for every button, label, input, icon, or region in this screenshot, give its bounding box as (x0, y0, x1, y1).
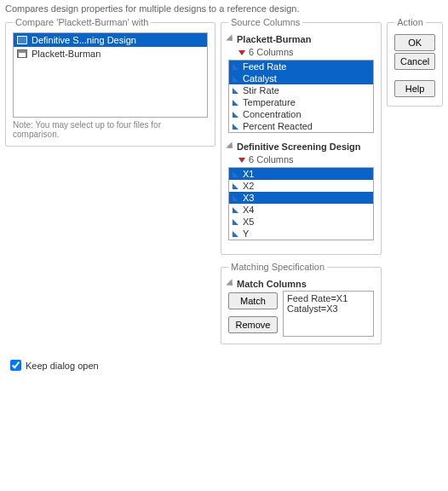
column-list[interactable]: X1X2X3X4X5Y (228, 167, 374, 240)
source-group-header[interactable]: Definitive Screening Design (228, 140, 374, 153)
compare-item-label: Definitive S...ning Design (32, 35, 136, 45)
source-group-title: Plackett-Burman (237, 34, 311, 44)
column-item[interactable]: X1 (229, 168, 373, 180)
column-type-icon (233, 219, 238, 225)
column-label: X2 (243, 181, 254, 191)
matching-spec-fieldset: Matching Specification Match Columns Mat… (221, 262, 382, 344)
disclosure-icon (226, 279, 235, 288)
source-group-header[interactable]: Plackett-Burman (228, 32, 374, 46)
compare-list-item[interactable]: Plackett-Burman (14, 47, 207, 61)
column-label: X4 (243, 205, 254, 215)
column-type-icon (233, 64, 238, 70)
dropdown-icon (238, 158, 245, 163)
dropdown-icon (238, 50, 245, 55)
column-item[interactable]: Stir Rate (229, 84, 373, 96)
source-group: Plackett-Burman6 ColumnsFeed RateCatalys… (228, 32, 374, 133)
column-label: Stir Rate (243, 85, 279, 95)
table-icon (17, 36, 27, 44)
compare-item-label: Plackett-Burman (32, 49, 101, 59)
table-icon (17, 49, 27, 58)
column-label: Concentration (243, 109, 302, 119)
column-type-icon (233, 171, 238, 177)
column-type-icon (233, 183, 238, 189)
match-button[interactable]: Match (228, 292, 278, 309)
keep-dialog-open-checkbox[interactable] (10, 360, 21, 371)
column-item[interactable]: Y (229, 228, 373, 240)
column-item[interactable]: X3 (229, 192, 373, 204)
compare-list[interactable]: Definitive S...ning DesignPlackett-Burma… (13, 32, 208, 118)
column-list[interactable]: Feed RateCatalystStir RateTemperatureCon… (228, 60, 374, 133)
column-item[interactable]: X5 (229, 216, 373, 228)
column-item[interactable]: Concentration (229, 108, 373, 120)
column-label: X5 (243, 217, 254, 227)
match-columns-header[interactable]: Match Columns (228, 277, 374, 291)
compare-note: Note: You may select up to four files fo… (13, 120, 208, 139)
compare-fieldset: Compare 'Plackett-Burman' with Definitiv… (5, 17, 215, 147)
column-type-icon (233, 88, 238, 94)
column-item[interactable]: X4 (229, 204, 373, 216)
match-entry[interactable]: Feed Rate=X1 (287, 293, 370, 303)
column-label: X1 (243, 169, 254, 179)
match-columns-title: Match Columns (237, 279, 307, 289)
keep-dialog-open-label: Keep dialog open (26, 361, 99, 371)
column-type-icon (233, 76, 238, 82)
compare-legend: Compare 'Plackett-Burman' with (13, 17, 151, 27)
column-type-icon (233, 100, 238, 106)
column-label: Catalyst (243, 73, 277, 84)
compare-list-item[interactable]: Definitive S...ning Design (14, 33, 207, 47)
source-columns-fieldset: Source Columns Plackett-Burman6 ColumnsF… (221, 17, 382, 255)
help-button[interactable]: Help (394, 80, 435, 97)
column-item[interactable]: Catalyst (229, 72, 373, 84)
ok-button[interactable]: OK (394, 34, 435, 51)
column-label: Percent Reacted (243, 121, 313, 131)
source-group: Definitive Screening Design6 ColumnsX1X2… (228, 140, 374, 240)
column-count-label: 6 Columns (249, 154, 294, 165)
match-list[interactable]: Feed Rate=X1Catalyst=X3 (283, 291, 374, 337)
column-type-icon (233, 231, 238, 237)
column-label: Temperature (243, 97, 296, 107)
source-group-subheader[interactable]: 6 Columns (228, 153, 374, 167)
column-item[interactable]: Temperature (229, 96, 373, 108)
source-group-title: Definitive Screening Design (237, 142, 360, 152)
description-text: Compares design properties for multiple … (5, 3, 443, 14)
disclosure-icon (226, 34, 235, 43)
column-type-icon (233, 112, 238, 118)
cancel-button[interactable]: Cancel (394, 53, 435, 70)
column-count-label: 6 Columns (249, 47, 294, 57)
action-fieldset: Action OK Cancel Help (387, 17, 443, 107)
action-legend: Action (394, 17, 426, 27)
column-label: Feed Rate (243, 61, 286, 72)
match-entry[interactable]: Catalyst=X3 (287, 303, 370, 314)
column-type-icon (233, 207, 238, 213)
remove-button[interactable]: Remove (228, 316, 278, 333)
column-item[interactable]: X2 (229, 180, 373, 192)
source-group-subheader[interactable]: 6 Columns (228, 46, 374, 60)
source-columns-legend: Source Columns (228, 17, 302, 27)
column-type-icon (233, 195, 238, 201)
column-label: Y (243, 228, 249, 239)
column-item[interactable]: Feed Rate (229, 61, 373, 72)
column-label: X3 (243, 193, 254, 203)
column-item[interactable]: Percent Reacted (229, 120, 373, 132)
column-type-icon (233, 124, 238, 130)
matching-spec-legend: Matching Specification (228, 262, 327, 272)
disclosure-icon (226, 142, 235, 151)
